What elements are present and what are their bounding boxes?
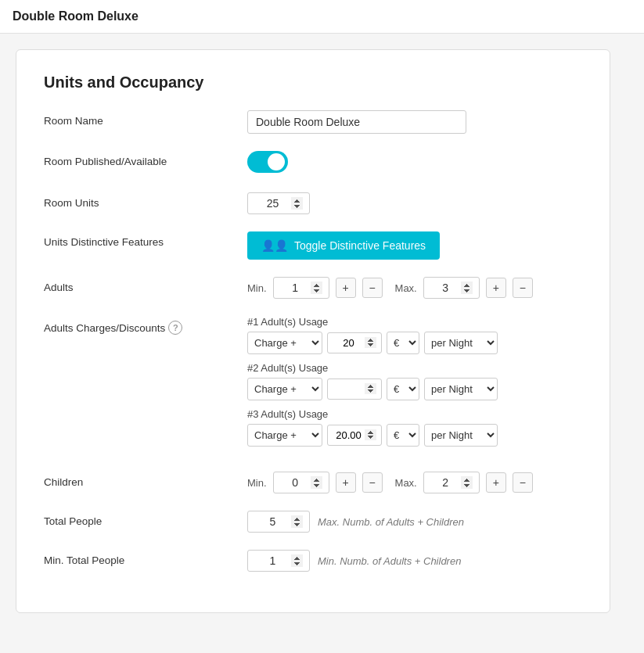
page-header: Double Room Deluxe [0, 0, 644, 34]
adult-usage-3-label: #3 Adult(s) Usage [247, 408, 582, 420]
min-total-people-helper: Min. Numb. of Adults + Children [318, 555, 461, 567]
min-total-people-label: Min. Total People [44, 550, 247, 566]
room-name-row: Room Name [44, 110, 582, 134]
adults-minmax-row: Min. + − Max. + − [247, 277, 582, 299]
adults-label: Adults [44, 277, 247, 293]
adults-min-minus-btn[interactable]: − [362, 278, 383, 298]
children-min-input[interactable] [273, 472, 329, 493]
adult-usage-2-group: #2 Adult(s) Usage Charge + Charge - Disc… [247, 362, 582, 400]
adults-control: Min. + − Max. + − [247, 277, 582, 299]
children-min-minus-btn[interactable]: − [362, 472, 383, 493]
min-total-people-row: Min. Total People Min. Numb. of Adults +… [44, 550, 582, 572]
min-total-people-control: Min. Numb. of Adults + Children [247, 550, 582, 572]
units-distinctive-control: 👤👤 Toggle Distinctive Features [247, 231, 582, 260]
adults-min-label: Min. [247, 282, 267, 294]
page-content: Units and Occupancy Room Name Room Publi… [0, 34, 644, 629]
card-title: Units and Occupancy [44, 74, 582, 91]
adult-2-amount-input[interactable] [327, 379, 382, 400]
room-units-control [247, 192, 582, 214]
adult-3-currency-select[interactable]: € $ £ [387, 424, 419, 447]
units-occupancy-card: Units and Occupancy Room Name Room Publi… [16, 49, 610, 613]
adults-charges-control: #1 Adult(s) Usage Charge + Charge - Disc… [247, 316, 582, 454]
children-min-plus-btn[interactable]: + [336, 472, 356, 493]
adult-1-charge-select[interactable]: Charge + Charge - Discount % [247, 332, 322, 354]
total-people-input[interactable] [247, 511, 310, 533]
children-label: Children [44, 472, 247, 488]
adult-usage-2-label: #2 Adult(s) Usage [247, 362, 582, 374]
room-published-label: Room Published/Available [44, 151, 247, 167]
adults-max-plus-btn[interactable]: + [486, 278, 506, 298]
adult-usage-1-group: #1 Adult(s) Usage Charge + Charge - Disc… [247, 316, 582, 354]
adults-min-input[interactable] [273, 277, 329, 299]
room-name-label: Room Name [44, 110, 247, 127]
room-published-control [247, 151, 582, 175]
children-max-minus-btn[interactable]: − [513, 472, 533, 493]
adult-3-charge-select[interactable]: Charge + Charge - Discount % [247, 424, 322, 447]
total-people-helper: Max. Numb. of Adults + Children [318, 516, 464, 528]
adults-max-minus-btn[interactable]: − [513, 278, 533, 298]
published-toggle[interactable] [247, 151, 288, 173]
adult-2-currency-select[interactable]: € $ £ [387, 378, 419, 400]
total-people-row: Total People Max. Numb. of Adults + Chil… [44, 511, 582, 533]
children-max-plus-btn[interactable]: + [486, 472, 506, 493]
adult-usage-3-group: #3 Adult(s) Usage Charge + Charge - Disc… [247, 408, 582, 447]
page-title: Double Room Deluxe [13, 9, 631, 23]
room-units-input[interactable] [247, 192, 310, 214]
toggle-distinctive-label: Toggle Distinctive Features [294, 239, 426, 252]
children-min-label: Min. [247, 477, 267, 489]
total-people-control: Max. Numb. of Adults + Children [247, 511, 582, 533]
min-total-people-input[interactable] [247, 550, 310, 572]
children-max-label: Max. [395, 477, 417, 489]
room-published-row: Room Published/Available [44, 151, 582, 175]
adult-2-period-select[interactable]: per Night per Stay per Person [424, 378, 498, 400]
adults-charges-label-area: Adults Charges/Discounts ? [44, 316, 247, 335]
adults-charges-info-icon[interactable]: ? [168, 321, 182, 335]
adult-usage-3-charge-row: Charge + Charge - Discount % € $ £ per N… [247, 424, 582, 447]
adults-charges-row: Adults Charges/Discounts ? #1 Adult(s) U… [44, 316, 582, 454]
adults-charges-label: Adults Charges/Discounts [44, 322, 165, 334]
children-row: Children Min. + − Max. + − [44, 472, 582, 493]
units-distinctive-row: Units Distinctive Features 👤👤 Toggle Dis… [44, 231, 582, 260]
room-name-input[interactable] [247, 110, 466, 134]
adults-min-plus-btn[interactable]: + [336, 278, 356, 298]
children-max-input[interactable] [423, 472, 480, 493]
adult-usage-1-label: #1 Adult(s) Usage [247, 316, 582, 328]
adult-usage-1-charge-row: Charge + Charge - Discount % € $ £ per N… [247, 332, 582, 354]
adults-max-label: Max. [395, 282, 417, 294]
children-control: Min. + − Max. + − [247, 472, 582, 493]
adult-1-period-select[interactable]: per Night per Stay per Person [424, 332, 498, 354]
room-units-label: Room Units [44, 192, 247, 209]
toggle-distinctive-button[interactable]: 👤👤 Toggle Distinctive Features [247, 231, 440, 260]
people-icon: 👤👤 [261, 239, 288, 252]
units-distinctive-label: Units Distinctive Features [44, 231, 247, 248]
adult-2-charge-select[interactable]: Charge + Charge - Discount % [247, 378, 322, 400]
room-name-control [247, 110, 582, 134]
children-minmax-row: Min. + − Max. + − [247, 472, 582, 493]
adult-3-amount-input[interactable] [327, 425, 382, 446]
total-people-label: Total People [44, 511, 247, 527]
adult-1-amount-input[interactable] [327, 332, 382, 353]
adults-row: Adults Min. + − Max. + − [44, 277, 582, 299]
adult-3-period-select[interactable]: per Night per Stay per Person [424, 424, 498, 447]
toggle-slider [247, 151, 288, 173]
room-units-row: Room Units [44, 192, 582, 214]
adult-1-currency-select[interactable]: € $ £ [387, 332, 419, 354]
adult-usage-2-charge-row: Charge + Charge - Discount % € $ £ per N… [247, 378, 582, 400]
adults-max-input[interactable] [423, 277, 480, 299]
